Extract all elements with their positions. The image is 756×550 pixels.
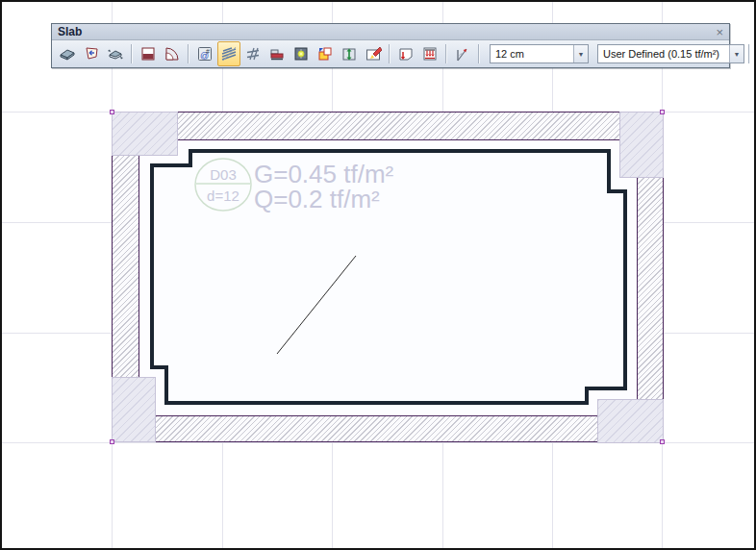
slab-id-label: D03 [200, 167, 246, 182]
match-slab-icon [107, 45, 124, 62]
create-slab-by-polygon-button[interactable] [80, 41, 103, 66]
snap-point-bottom-right [660, 439, 665, 444]
slab-section-button[interactable] [265, 41, 289, 66]
curved-edge-icon [164, 45, 181, 62]
chevron-down-icon[interactable]: ▼ [573, 45, 588, 62]
live-load-label: Q=0.2 tf/m² [254, 187, 380, 212]
create-slab-icon [59, 45, 76, 62]
drop-panel-icon [139, 45, 157, 62]
correct-slab-icon [365, 45, 382, 62]
snap-point-top-right [660, 110, 665, 114]
svg-text:#: # [206, 48, 210, 55]
column-head-button[interactable] [290, 41, 313, 66]
drawing-overlay [2, 2, 756, 550]
toolbar-titlebar[interactable]: Slab × [52, 24, 729, 40]
curved-edge-button[interactable] [161, 41, 184, 66]
toolbar-separator [131, 44, 133, 63]
point-load-button[interactable] [394, 41, 417, 66]
toolbar-separator [748, 44, 750, 63]
dead-load-label: G=0.45 tf/m² [254, 162, 393, 187]
hatch-display-button[interactable] [217, 41, 240, 66]
mesh-display-icon [244, 45, 262, 62]
snap-point-bottom-left [110, 439, 114, 444]
distributed-load-icon [421, 45, 439, 62]
toolbar-separator [478, 44, 480, 63]
stretch-slab-icon [340, 45, 358, 62]
slab-thickness-label: d=12 [200, 188, 246, 203]
toolbar-row: @ # [52, 40, 729, 67]
correct-slab-button[interactable] [362, 41, 385, 66]
slab-numbering-icon: @ # [196, 45, 214, 62]
cad-drawing-canvas[interactable]: D03 d=12 G=0.45 tf/m² Q=0.2 tf/m² Slab × [0, 0, 756, 550]
thickness-value: 12 cm [491, 48, 573, 60]
copy-slab-properties-icon [316, 45, 334, 62]
match-slab-button[interactable] [104, 41, 127, 66]
snap-point-top-left [110, 110, 114, 114]
hatch-display-icon [220, 45, 238, 62]
slab-numbering-button[interactable]: @ # [193, 41, 216, 66]
toolbar-separator [445, 44, 447, 63]
create-slab-button[interactable] [56, 41, 79, 66]
column-head-icon [292, 45, 310, 62]
window-title: Slab [58, 25, 82, 38]
mesh-display-button[interactable] [241, 41, 265, 66]
distributed-load-button[interactable] [418, 41, 441, 66]
create-slab-by-polygon-icon [83, 45, 100, 62]
load-value: User Defined (0.15 tf/m²) [598, 48, 729, 60]
load-combobox[interactable]: User Defined (0.15 tf/m²) ▼ [597, 44, 744, 63]
slab-toolbar-window: Slab × [51, 23, 730, 68]
slab-section-icon [268, 45, 286, 62]
drop-panel-button[interactable] [137, 41, 160, 66]
close-button[interactable]: × [716, 26, 723, 38]
span-direction-icon [454, 45, 471, 62]
span-direction-button[interactable] [451, 41, 474, 66]
point-load-icon [397, 45, 415, 62]
thickness-combobox[interactable]: 12 cm ▼ [490, 44, 589, 63]
stretch-slab-button[interactable] [338, 41, 361, 66]
toolbar-separator [389, 44, 391, 63]
toolbar-separator [188, 44, 189, 63]
chevron-down-icon[interactable]: ▼ [729, 45, 743, 62]
copy-slab-properties-button[interactable] [314, 41, 337, 66]
